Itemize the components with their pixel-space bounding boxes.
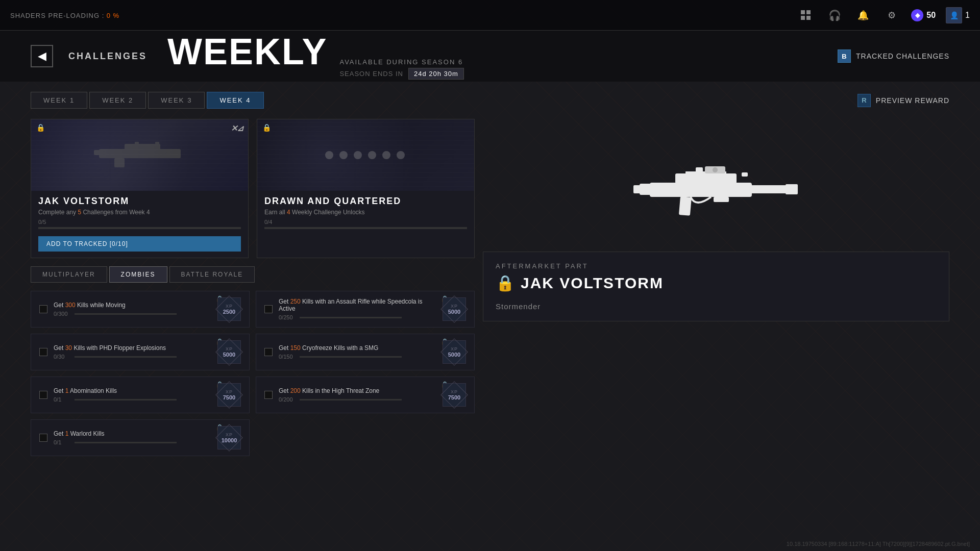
drawn-quartered-desc: Earn all 4 Weekly Challenge Unlocks bbox=[264, 209, 467, 216]
challenge-progress-row-4: 0/1 bbox=[54, 439, 211, 445]
currency-display: ◆ 50 bbox=[911, 9, 936, 21]
drawn-quartered-card: 🔒 DRAWN AND QUARTERED bbox=[257, 119, 475, 258]
week-tab-3[interactable]: WEEK 3 bbox=[148, 92, 205, 109]
challenge-text-5: Get 250 Kills with an Assault Rifle whil… bbox=[279, 298, 436, 312]
challenge-progress-1: 0/300 bbox=[54, 311, 71, 317]
challenge-info-5: Get 250 Kills with an Assault Rifle whil… bbox=[279, 298, 436, 320]
dq-pattern bbox=[325, 151, 407, 159]
mode-tab-multiplayer[interactable]: MULTIPLAYER bbox=[31, 266, 107, 283]
jak-progress-bar bbox=[38, 227, 241, 229]
challenge-info-6: Get 150 Cryofreeze Kills with a SMG 0/15… bbox=[279, 344, 436, 360]
challenge-text-4: Get 1 Warlord Kills bbox=[54, 430, 211, 437]
season-ends: SEASON ENDS IN 24d 20h 30m bbox=[339, 68, 463, 80]
svg-rect-2 bbox=[114, 158, 125, 167]
dq-highlight: 4 bbox=[287, 209, 290, 216]
dq-progress-bar bbox=[264, 227, 467, 229]
challenge-checkbox-3[interactable] bbox=[39, 391, 47, 399]
challenge-text-3: Get 1 Abomination Kills bbox=[54, 387, 211, 394]
header-section: ◀ CHALLENGES WEEKLY AVAILABLE DURING SEA… bbox=[0, 31, 980, 82]
challenge-cryofreeze-smg: Get 150 Cryofreeze Kills with a SMG 0/15… bbox=[256, 334, 475, 370]
xp-badge-3: XP 7500 bbox=[217, 383, 241, 407]
debug-text: 10.18.19750334 [89:168:11278+11:A] Th[72… bbox=[787, 541, 970, 547]
jak-voltstorm-body: JAK VOLTSTORM Complete any 5 Challenges … bbox=[31, 191, 248, 258]
challenge-progress-bar-6 bbox=[300, 356, 402, 358]
season-ends-timer: 24d 20h 30m bbox=[408, 68, 464, 80]
svg-rect-6 bbox=[155, 142, 159, 145]
top-right-controls: 🎧 🔔 ⚙ ◆ 50 👤 1 bbox=[797, 6, 970, 24]
headset-icon[interactable]: 🎧 bbox=[825, 6, 844, 24]
weapon-preview bbox=[483, 129, 949, 252]
right-panel: AFTERMARKET PART 🔒 JAK VOLTSTORM Stormen… bbox=[483, 119, 949, 456]
svg-rect-5 bbox=[135, 142, 139, 145]
player-count: 1 bbox=[965, 11, 970, 20]
weekly-title: WEEKLY bbox=[167, 33, 327, 70]
challenge-checkbox-7[interactable] bbox=[264, 391, 273, 399]
mode-tab-zombies[interactable]: ZOMBIES bbox=[109, 266, 167, 283]
svg-rect-16 bbox=[714, 197, 729, 202]
dq-lock-icon: 🔒 bbox=[262, 123, 271, 132]
currency-icon: ◆ bbox=[911, 9, 923, 21]
svg-rect-7 bbox=[650, 183, 752, 197]
gear-icon[interactable]: ⚙ bbox=[883, 6, 901, 24]
challenge-checkbox-5[interactable] bbox=[264, 305, 273, 313]
challenge-checkbox-1[interactable] bbox=[39, 305, 47, 313]
challenge-progress-bar-2 bbox=[75, 356, 177, 358]
week-tab-1[interactable]: WEEK 1 bbox=[31, 92, 87, 109]
challenge-info-4: Get 1 Warlord Kills 0/1 bbox=[54, 430, 211, 445]
challenge-checkbox-4[interactable] bbox=[39, 434, 47, 442]
challenge-text-2: Get 30 Kills with PHD Flopper Explosions bbox=[54, 344, 211, 352]
jak-voltstorm-image: 🔒 ✕⊿ bbox=[31, 119, 248, 191]
challenge-progress-row-7: 0/200 bbox=[279, 396, 436, 403]
back-button[interactable]: ◀ bbox=[31, 45, 53, 67]
jak-lock-icon: 🔒 bbox=[36, 123, 45, 132]
svg-rect-15 bbox=[696, 167, 703, 172]
svg-point-19 bbox=[713, 167, 718, 172]
challenge-highlight-1: 300 bbox=[65, 302, 76, 309]
challenge-progress-3: 0/1 bbox=[54, 396, 71, 403]
svg-rect-11 bbox=[679, 196, 692, 216]
mode-tab-battle-royale[interactable]: BATTLE ROYALE bbox=[169, 266, 255, 283]
challenge-high-threat-zone: Get 200 Kills in the High Threat Zone 0/… bbox=[256, 377, 475, 413]
aftermarket-info: AFTERMARKET PART 🔒 JAK VOLTSTORM Stormen… bbox=[483, 252, 949, 321]
tracked-key-badge: B bbox=[838, 49, 851, 63]
svg-rect-3 bbox=[165, 153, 181, 158]
mode-tabs: MULTIPLAYER ZOMBIES BATTLE ROYALE bbox=[31, 266, 475, 283]
left-panel: 🔒 ✕⊿ bbox=[31, 119, 475, 456]
aftermarket-lock-icon: 🔒 bbox=[496, 274, 516, 292]
week-tab-4[interactable]: WEEK 4 bbox=[207, 92, 263, 109]
challenge-progress-bar-5 bbox=[300, 317, 402, 318]
grid-icon[interactable] bbox=[797, 6, 815, 24]
svg-rect-10 bbox=[786, 184, 798, 194]
preview-reward-btn[interactable]: R PREVIEW REWARD bbox=[857, 94, 949, 107]
season-ends-label: SEASON ENDS IN bbox=[339, 70, 403, 78]
challenge-progress-row-1: 0/300 bbox=[54, 311, 211, 317]
challenge-checkbox-2[interactable] bbox=[39, 348, 47, 356]
challenge-progress-row-2: 0/30 bbox=[54, 354, 211, 360]
week-tabs: WEEK 1 WEEK 2 WEEK 3 WEEK 4 R PREVIEW RE… bbox=[31, 92, 949, 109]
jak-voltstorm-card: 🔒 ✕⊿ bbox=[31, 119, 249, 258]
challenge-info-3: Get 1 Abomination Kills 0/1 bbox=[54, 387, 211, 403]
season-info: AVAILABLE DURING SEASON 6 SEASON ENDS IN… bbox=[339, 58, 463, 80]
xp-badge-1: XP 2500 bbox=[217, 297, 241, 321]
shaders-percent: 0 % bbox=[107, 12, 119, 19]
dq-progress-text: 0/4 bbox=[264, 219, 467, 225]
add-tracked-button[interactable]: ADD TO TRACKED [0/10] bbox=[38, 236, 241, 252]
tracked-challenges-btn[interactable]: B TRACKED CHALLENGES bbox=[838, 49, 949, 63]
page-title: CHALLENGES bbox=[68, 51, 147, 62]
preview-key-badge: R bbox=[857, 94, 871, 107]
challenge-kills-moving: Get 300 Kills while Moving 0/300 🔒 XP bbox=[31, 291, 250, 328]
svg-rect-17 bbox=[742, 172, 748, 177]
jak-voltstorm-title: JAK VOLTSTORM bbox=[38, 196, 241, 207]
challenges-left-col: Get 300 Kills while Moving 0/300 🔒 XP bbox=[31, 291, 250, 456]
challenge-progress-row-3: 0/1 bbox=[54, 396, 211, 403]
svg-rect-8 bbox=[675, 173, 737, 184]
week-tab-2[interactable]: WEEK 2 bbox=[89, 92, 146, 109]
challenge-progress-bar-3 bbox=[75, 399, 177, 400]
challenges-right-col: Get 250 Kills with an Assault Rifle whil… bbox=[256, 291, 475, 456]
bell-icon[interactable]: 🔔 bbox=[854, 6, 872, 24]
challenge-checkbox-6[interactable] bbox=[264, 348, 273, 356]
challenge-progress-6: 0/150 bbox=[279, 354, 297, 360]
challenge-text-1: Get 300 Kills while Moving bbox=[54, 302, 211, 309]
jak-progress-text: 0/5 bbox=[38, 219, 241, 225]
challenge-info-1: Get 300 Kills while Moving 0/300 bbox=[54, 302, 211, 317]
